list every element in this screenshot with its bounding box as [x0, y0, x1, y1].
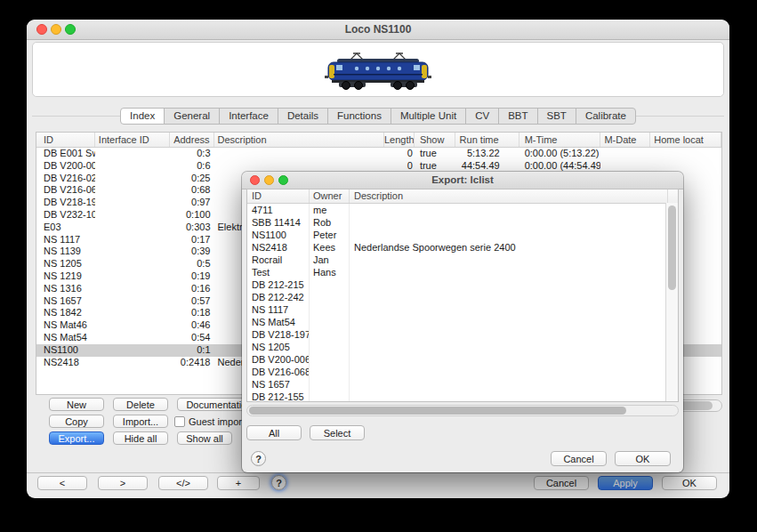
export-row[interactable]: NS 1205 — [247, 341, 678, 353]
export-dialog: Export: lclist IDOwnerDescription 4711me… — [242, 172, 683, 472]
cell — [310, 316, 350, 328]
dialog-title: Export: lclist — [242, 174, 683, 185]
column-header[interactable]: Address — [170, 133, 214, 147]
export-table-hscrollbar[interactable] — [246, 405, 679, 416]
cell: Hans — [310, 266, 350, 278]
delete-button[interactable]: Delete — [113, 398, 168, 411]
xml-button[interactable]: </> — [158, 476, 208, 490]
export-row[interactable]: NS2418KeesNederlandse Spoorwegen serie 2… — [247, 241, 678, 254]
apply-button[interactable]: Apply — [598, 476, 653, 490]
export-table-body: 4711meSBB 11414RobNS1100PeterNS2418KeesN… — [247, 204, 678, 402]
cancel-button[interactable]: Cancel — [534, 476, 589, 490]
cell: 0:303 — [170, 222, 214, 234]
cell: 0:46 — [170, 319, 214, 332]
cell: DB 212-155 — [247, 391, 310, 402]
cell — [95, 258, 170, 270]
main-titlebar[interactable]: Loco NS1100 — [27, 20, 729, 40]
export-row[interactable]: TestHans — [247, 266, 678, 278]
dialog-help-button[interactable]: ? — [251, 451, 266, 466]
ok-button[interactable]: OK — [662, 476, 717, 490]
export-row[interactable]: SBB 11414Rob — [247, 216, 678, 229]
export-row[interactable]: NS1100Peter — [247, 229, 678, 241]
tab-cv[interactable]: CV — [465, 108, 499, 125]
cell: DB V216-025 — [36, 173, 95, 185]
tab-general[interactable]: General — [164, 108, 220, 125]
cell — [214, 160, 384, 173]
cell: NS 1316 — [36, 283, 95, 295]
column-header[interactable]: Owner — [310, 189, 350, 203]
export-row[interactable]: DB V216-068 — [247, 366, 678, 378]
import-button[interactable]: Import... — [113, 415, 168, 428]
cell: NS 1139 — [36, 246, 95, 258]
export-table-vscrollbar[interactable] — [665, 203, 678, 401]
loco-row[interactable]: DB V200-0060:60true44:54.490:00.00 (44:5… — [36, 160, 721, 173]
export-row[interactable]: DB 212-155 — [247, 391, 678, 402]
tab-bbt[interactable]: BBT — [498, 108, 537, 125]
cell — [310, 366, 350, 378]
dialog-ok-button[interactable]: OK — [615, 451, 671, 466]
next-button[interactable]: > — [98, 476, 148, 490]
add-button[interactable]: + — [217, 476, 260, 490]
column-header[interactable]: ID — [36, 133, 95, 147]
column-header[interactable]: ID — [247, 189, 310, 203]
cell: NS Mat54 — [247, 316, 310, 328]
export-button[interactable]: Export... — [49, 431, 104, 445]
column-header[interactable]: Description — [350, 189, 668, 203]
vscrollbar-thumb[interactable] — [668, 206, 676, 290]
cell — [350, 316, 668, 328]
cell — [95, 148, 170, 160]
tab-interface[interactable]: Interface — [219, 108, 278, 125]
tab-multiple-unit[interactable]: Multiple Unit — [391, 108, 466, 125]
help-button[interactable]: ? — [271, 475, 286, 490]
hscrollbar-thumb[interactable] — [249, 407, 626, 415]
cell — [214, 148, 384, 160]
prev-button[interactable]: < — [37, 476, 87, 490]
export-row[interactable]: RocrailJan — [247, 254, 678, 266]
cell — [350, 216, 668, 229]
tab-functions[interactable]: Functions — [327, 108, 391, 125]
show-all-button[interactable]: Show all — [177, 431, 232, 445]
export-row[interactable]: NS 1657 — [247, 378, 678, 391]
export-row[interactable]: 4711me — [247, 204, 678, 216]
export-row[interactable]: DB 212-242 — [247, 291, 678, 303]
copy-button[interactable]: Copy — [49, 415, 104, 428]
export-row[interactable]: DB V218-197 — [247, 328, 678, 341]
cell: DB V218-197 — [247, 328, 310, 341]
cell: 5:13.22 — [455, 148, 519, 160]
cell — [350, 341, 668, 353]
column-header[interactable]: Description — [214, 133, 384, 147]
all-button[interactable]: All — [246, 425, 302, 440]
cell: 0:97 — [170, 197, 214, 209]
column-header[interactable]: Home locat — [650, 133, 721, 147]
guest-import-checkbox[interactable] — [174, 416, 185, 427]
cell — [650, 148, 721, 160]
column-header[interactable]: Interface ID — [95, 133, 170, 147]
cell — [95, 184, 170, 197]
hide-all-button[interactable]: Hide all — [113, 431, 168, 445]
tab-index[interactable]: Index — [120, 108, 165, 125]
cell: NS 1205 — [36, 258, 95, 270]
column-header[interactable]: M-Date — [600, 133, 650, 147]
cell: DB 212-242 — [247, 291, 310, 303]
export-row[interactable]: NS Mat54 — [247, 316, 678, 328]
column-header[interactable]: Show — [415, 133, 455, 147]
tab-details[interactable]: Details — [278, 108, 328, 125]
tab-sbt[interactable]: SBT — [537, 108, 576, 125]
export-row[interactable]: DB V200-006 — [247, 353, 678, 366]
column-header[interactable]: Run time — [455, 133, 519, 147]
export-row[interactable]: DB 212-215 — [247, 278, 678, 291]
new-button[interactable]: New — [49, 398, 104, 411]
dialog-titlebar[interactable]: Export: lclist — [242, 172, 683, 189]
cell: 0:68 — [170, 184, 214, 197]
column-header[interactable]: Length — [384, 133, 415, 147]
cell: NS2418 — [36, 357, 95, 369]
tab-calibrate[interactable]: Calibrate — [576, 108, 636, 125]
loco-image-panel — [32, 42, 724, 97]
dialog-cancel-button[interactable]: Cancel — [551, 451, 607, 466]
export-row[interactable]: NS 1117 — [247, 303, 678, 316]
select-button[interactable]: Select — [310, 425, 365, 440]
cell — [95, 332, 170, 344]
cell — [600, 160, 650, 173]
column-header[interactable]: M-Time — [519, 133, 601, 147]
loco-row[interactable]: DB E001 Sw0:30true5:13.220:00.00 (5:13.2… — [36, 148, 721, 160]
